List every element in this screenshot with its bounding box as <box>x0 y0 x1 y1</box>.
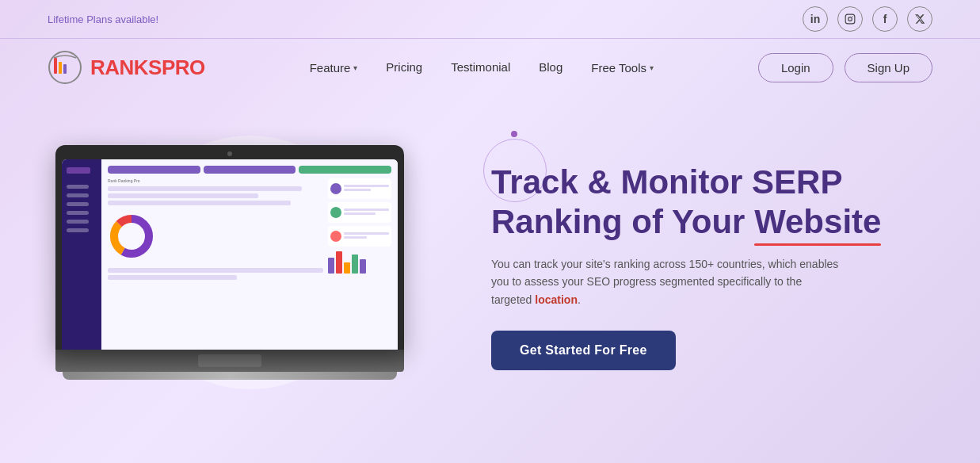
signup-button[interactable]: Sign Up <box>845 53 932 82</box>
x-twitter-icon[interactable] <box>907 6 932 32</box>
hero-section: Rank Ranking Pro <box>0 96 980 445</box>
laptop-screen: Rank Ranking Pro <box>62 159 398 350</box>
social-icons-group: in f <box>803 6 932 32</box>
logo[interactable]: RANKSPRO <box>48 50 205 85</box>
nav-item-pricing[interactable]: Pricing <box>386 60 422 75</box>
laptop-keyboard <box>55 350 404 372</box>
nav-buttons: Login Sign Up <box>758 53 932 82</box>
screen-main: Rank Ranking Pro <box>101 159 398 350</box>
hero-description: You can track your site's ranking across… <box>491 255 840 308</box>
laptop-base <box>63 372 397 380</box>
navbar: RANKSPRO Feature ▾ Pricing Testimonial B… <box>0 39 980 96</box>
top-bar: Lifetime Plans available! in f <box>0 0 980 39</box>
laptop-wrapper: Rank Ranking Pro <box>32 145 444 380</box>
svg-point-1 <box>848 17 852 21</box>
svg-point-2 <box>852 16 853 17</box>
chevron-down-icon: ▾ <box>353 63 357 72</box>
svg-rect-5 <box>59 62 62 74</box>
nav-item-feature[interactable]: Feature ▾ <box>310 61 358 75</box>
nav-item-blog[interactable]: Blog <box>539 60 562 75</box>
laptop-illustration: Rank Ranking Pro <box>32 145 444 380</box>
instagram-icon[interactable] <box>837 6 863 32</box>
location-link: location <box>535 293 578 306</box>
screen-sidebar <box>62 159 101 350</box>
hero-title: Track & Monitor SERP Ranking of Your Web… <box>491 163 932 243</box>
decoration-dot <box>511 131 517 137</box>
nav-item-testimonial[interactable]: Testimonial <box>451 60 510 75</box>
svg-rect-0 <box>845 14 855 24</box>
svg-rect-4 <box>54 58 57 74</box>
lifetime-text: Lifetime Plans available! <box>48 13 158 25</box>
login-button[interactable]: Login <box>758 53 833 82</box>
laptop-screen-outer: Rank Ranking Pro <box>55 145 404 350</box>
nav-links: Feature ▾ Pricing Testimonial Blog Free … <box>310 60 654 75</box>
laptop: Rank Ranking Pro <box>55 145 404 380</box>
screen-ui: Rank Ranking Pro <box>62 159 398 350</box>
hero-text: Track & Monitor SERP Ranking of Your Web… <box>475 155 932 370</box>
logo-text: RANKSPRO <box>90 55 205 80</box>
nav-item-free-tools[interactable]: Free Tools ▾ <box>591 61 654 75</box>
logo-icon <box>48 50 82 85</box>
svg-rect-6 <box>63 64 67 74</box>
linkedin-icon[interactable]: in <box>803 6 828 32</box>
facebook-icon[interactable]: f <box>872 6 898 32</box>
chevron-down-icon: ▾ <box>650 63 654 72</box>
get-started-button[interactable]: Get Started For Free <box>491 331 676 370</box>
